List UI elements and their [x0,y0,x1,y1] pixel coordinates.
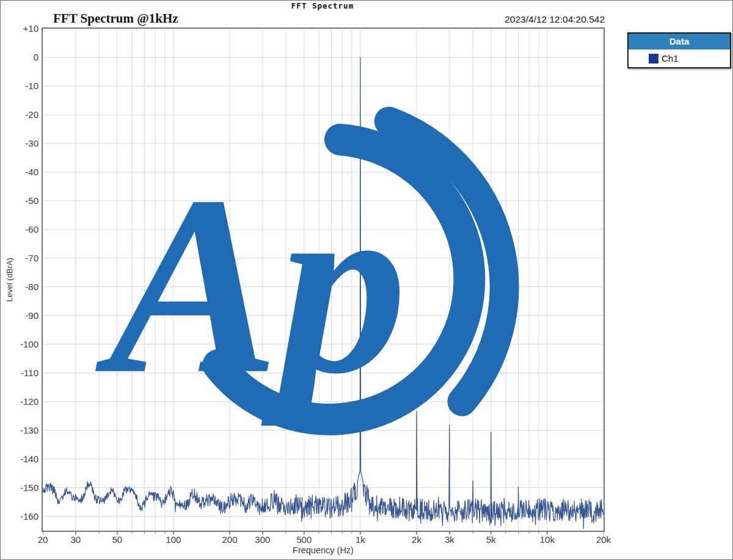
x-axis-title: Frequency (Hz) [293,545,354,555]
x-tick-label: 30 [71,534,81,545]
legend-panel: Data Ch1 [627,32,731,68]
y-tick-label: -40 [1,167,38,178]
legend-header: Data [629,34,730,49]
ap-logo-text: Ap [93,144,407,427]
y-tick-label: -30 [1,138,38,149]
fft-analyzer-window: FFT Spectrum FFT Spectrum @1kHz 2023/4/1… [0,0,733,560]
chart-title: FFT Spectrum @1kHz [53,11,178,26]
y-tick-label: -50 [1,195,38,206]
y-tick-label: -10 [1,81,38,92]
x-tick-label: 2k [412,534,421,545]
x-tick-label: 20 [38,534,48,545]
x-tick-label: 500 [296,534,312,545]
y-tick-label: 0 [1,52,38,63]
x-tick-label: 300 [255,534,270,545]
legend-item-label: Ch1 [662,53,679,64]
y-tick-label: -90 [1,310,38,321]
x-tick-label: 1k [356,534,365,545]
window-title: FFT Spectrum [291,1,354,10]
y-tick-label: -150 [1,482,38,493]
measurement-timestamp: 2023/4/12 12:04:20.542 [367,14,605,25]
y-tick-label: -130 [1,425,38,436]
x-tick-label: 3k [445,534,454,545]
y-tick-label: -110 [1,368,38,379]
x-tick-label: 50 [112,534,122,545]
x-tick-label: 20k [596,534,611,545]
y-tick-label: -20 [1,109,38,120]
y-tick-label: -80 [1,282,38,293]
y-tick-label: -100 [1,339,38,350]
y-tick-label: -160 [1,511,38,522]
plot-area[interactable]: Ap [42,27,605,532]
y-tick-label: -120 [1,396,38,407]
x-tick-label: 200 [222,534,237,545]
y-tick-label: -70 [1,253,38,264]
y-tick-label: -60 [1,224,38,235]
x-tick-label: 5k [486,534,496,545]
x-axis-ticks [43,532,604,536]
ap-logo-icon: Ap [35,35,596,537]
x-tick-label: 10k [540,534,555,545]
legend-item-ch1[interactable]: Ch1 [629,49,730,67]
ch1-color-swatch [649,54,658,64]
y-tick-label: +10 [1,23,38,34]
y-axis-title: Level (dBrA) [5,258,14,302]
y-tick-label: -140 [1,454,38,465]
x-tick-label: 100 [166,534,181,545]
